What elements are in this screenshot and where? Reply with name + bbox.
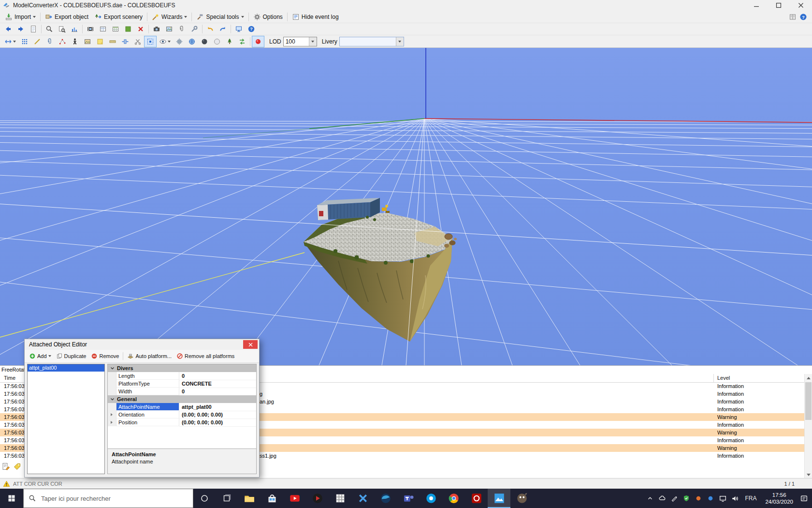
delete-icon[interactable] [137,25,145,33]
taskbar-app-gimp[interactable] [510,489,533,508]
note-icon[interactable] [96,38,104,45]
scale-width-icon[interactable] [121,38,129,45]
action-center-button[interactable] [799,494,808,503]
close-button[interactable] [790,0,812,11]
search-icon[interactable] [45,25,53,33]
antivirus-shield-icon[interactable] [682,494,691,503]
combo-dropdown-button[interactable] [309,37,317,46]
list-item-selected[interactable]: attpt_plat00 [28,364,104,372]
light-sphere-icon[interactable] [213,38,221,45]
dialog-titlebar[interactable]: Attached Object Editor [25,339,259,350]
wizards-button[interactable]: Wizards [149,11,190,23]
taskbar-app-acrobat[interactable] [465,489,488,508]
forward-icon[interactable] [17,25,25,33]
new-document-icon[interactable] [29,25,37,33]
taskbar-app-store[interactable] [261,489,283,508]
attach-point-list[interactable]: attpt_plat00 [27,364,105,474]
scrollbar-thumb[interactable] [805,382,812,420]
record-icon[interactable] [254,38,262,45]
wrench-icon[interactable] [190,25,198,33]
expander-icon[interactable] [111,413,113,416]
property-value[interactable]: attpt_plat00 [179,403,256,411]
taskbar-app-x[interactable] [351,489,374,508]
property-value[interactable]: (0.00; 0.00; 0.00) [179,411,256,419]
property-value[interactable]: (0.00; 0.00; 0.00) [179,418,256,427]
table-icon[interactable] [99,25,107,33]
maximize-button[interactable] [768,0,790,11]
taskbar-app-youtube[interactable] [283,489,306,508]
property-value[interactable]: 0 [179,388,256,396]
visibility-icon[interactable] [159,38,167,45]
globe-icon[interactable] [188,38,196,45]
ruler-icon[interactable] [109,38,116,45]
log-scrollbar[interactable] [804,374,812,478]
options-button[interactable]: Options [250,11,286,23]
property-group-divers[interactable]: Divers [108,364,256,372]
property-row[interactable]: PlatformTypeCONCRETE [108,380,256,388]
model-island[interactable] [304,198,457,342]
vertex-edit-icon[interactable] [58,38,66,45]
taskbar-app-skype[interactable] [420,489,442,508]
cut-icon[interactable] [134,38,142,45]
vegetation-icon[interactable] [226,38,233,45]
camera-icon[interactable] [153,25,160,33]
tag-icon[interactable] [13,463,21,471]
task-view-button[interactable] [216,489,238,508]
duplicate-button[interactable]: Duplicate [54,352,89,360]
grid-icon[interactable] [112,25,119,33]
auto-platform-button[interactable]: Auto platform... [125,352,174,360]
attach-point-icon[interactable] [46,38,54,45]
app-tray-icon[interactable] [706,494,715,503]
expander-icon[interactable] [111,421,113,424]
edit-log-icon[interactable] [2,463,10,471]
combo-dropdown-button[interactable] [396,37,404,46]
dark-sphere-icon[interactable] [201,38,208,45]
refresh-icon[interactable] [238,38,246,45]
display-icon[interactable] [235,25,243,33]
log-column-level[interactable]: Level [717,375,730,381]
dialog-close-button[interactable] [243,340,258,349]
taskbar-app-chrome[interactable] [442,489,465,508]
hidden-icons-chevron[interactable] [646,494,654,503]
property-group-general[interactable]: General [108,395,256,403]
search-texture-icon[interactable] [58,25,66,33]
remove-all-platforms-button[interactable]: Remove all platforms [174,352,237,360]
slope-icon[interactable] [33,38,41,45]
zoom-extents-icon[interactable] [4,38,12,45]
attach-icon[interactable] [178,25,186,33]
language-indicator[interactable]: FRA [742,495,759,502]
property-row[interactable]: Width0 [108,388,256,395]
hide-event-log-button[interactable]: Hide event log [289,11,342,23]
start-button[interactable] [0,489,23,508]
property-value[interactable]: 0 [179,372,256,380]
export-scenery-button[interactable]: Export scenery [91,11,145,23]
taskbar-app-teams[interactable] [397,489,420,508]
update-tray-icon[interactable] [694,494,703,503]
walk-mode-icon[interactable] [71,38,79,45]
bounding-box-icon[interactable] [146,38,154,45]
lod-combobox[interactable]: 100 [283,37,317,46]
material-icon[interactable] [124,25,132,33]
log-column-time[interactable]: Time [4,375,15,381]
taskbar-app-office[interactable] [329,489,351,508]
manual-icon[interactable] [789,13,797,21]
import-button[interactable]: Import [2,11,39,23]
taskbar-search[interactable] [23,489,193,508]
redo-icon[interactable] [219,25,227,33]
property-value[interactable]: CONCRETE [179,380,256,388]
back-icon[interactable] [4,25,12,33]
animation-frames-icon[interactable] [87,25,94,33]
image-icon[interactable] [165,25,173,33]
texture-icon[interactable] [84,38,91,45]
property-row[interactable]: Length0 [108,372,256,380]
scroll-down-button[interactable] [805,471,812,478]
remove-button[interactable]: Remove [88,352,121,360]
property-row[interactable]: Orientation(0.00; 0.00; 0.00) [108,411,256,418]
special-tools-button[interactable]: Special tools [193,11,246,23]
property-row-selected[interactable]: AttachPointNameattpt_plat00 [108,403,256,411]
minimize-button[interactable] [745,0,768,11]
search-input[interactable] [40,494,193,503]
statistics-icon[interactable] [71,25,78,33]
property-row[interactable]: Position(0.00; 0.00; 0.00) [108,418,256,426]
scroll-up-button[interactable] [805,374,812,382]
